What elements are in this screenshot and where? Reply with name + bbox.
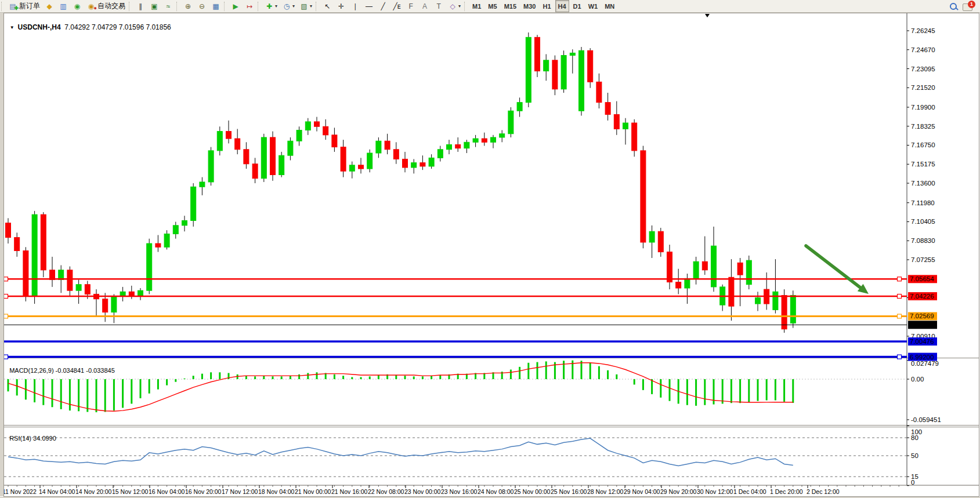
price-badge-label: 7.02569 [910,312,934,319]
line-handle[interactable] [898,355,902,359]
price-chart-canvas[interactable]: 7.262457.246707.230957.215207.199007.183… [0,0,980,498]
fibonacci-icon: F [406,2,415,11]
timeframe-button-h1[interactable]: H1 [540,0,554,12]
line-handle[interactable] [898,314,902,318]
auto-scroll-button[interactable]: ▶ [229,0,242,12]
line-handle[interactable] [898,294,902,298]
equidistant-channel-button[interactable]: ╱ᴇ [390,0,403,12]
candlestick-chart-button[interactable]: ▣ [148,0,161,12]
toolbar-group-grip [176,2,179,11]
signals-icon: ◉ [73,2,82,11]
bear-candle [226,132,232,139]
vertical-line-button[interactable]: ∣ [349,0,361,12]
market-depth-icon: ▥ [59,2,68,11]
line-handle[interactable] [4,355,8,359]
cursor-button[interactable]: ↖ [321,0,334,12]
arrows-button[interactable]: ◇▾ [446,0,462,12]
signals-button[interactable]: ◉ [71,0,84,12]
zoom-out-button[interactable]: ⊖ [196,0,208,12]
dropdown-caret-icon: ▾ [310,3,312,9]
price-axis-label: 7.26245 [911,27,935,34]
bull-candle [561,56,566,89]
text-label-icon: T [434,2,443,11]
trend-arrow-annotation[interactable] [806,246,861,288]
bull-candle [138,290,143,295]
price-axis-label: 7.11980 [911,199,935,206]
timeframe-button-mn[interactable]: MN [602,0,617,12]
bear-candle [588,50,593,82]
bear-candle [535,37,540,71]
bull-candle [200,182,205,187]
text-label-button[interactable]: T [432,0,445,12]
crosshair-button[interactable]: ✛ [335,0,348,12]
rsi-line [8,438,793,466]
bar-chart-button[interactable]: ∥ [134,0,147,12]
bull-candle [208,151,214,182]
time-axis-label: 28 Nov 12:00 [587,488,624,495]
timeframe-button-m1[interactable]: M1 [469,0,484,12]
tile-windows-button[interactable]: ▦ [209,0,222,12]
line-chart-button[interactable]: ≈ [162,0,175,12]
timeframe-button-m5[interactable]: M5 [485,0,500,12]
chart-shift-button[interactable]: ↦ [243,0,256,12]
periods-icon: ◷ [282,2,291,11]
line-handle[interactable] [4,314,8,318]
notifications-button[interactable]: 1 [961,0,974,12]
search-button[interactable] [947,0,960,12]
autotrading-button[interactable]: ◉●自动交易 [85,0,127,12]
candlestick-chart-icon: ▣ [150,2,159,11]
autotrading-label: 自动交易 [97,1,125,11]
chart-profiles-button[interactable]: ◆ [43,0,56,12]
timeframe-button-h4[interactable]: H4 [555,0,569,12]
bear-candle [632,123,637,151]
new-order-button[interactable]: ▤✚新订单 [6,0,42,12]
autotrading-icon: ◉● [86,2,96,11]
bull-candle [411,163,417,168]
bull-candle [693,261,699,278]
bear-candle [270,137,276,175]
market-depth-button[interactable]: ▥ [57,0,70,12]
bull-candle [32,215,37,295]
templates-button[interactable]: ▧▾ [298,0,314,12]
bear-candle [614,114,619,129]
rsi-value: 34.0990 [33,435,56,442]
rsi-axis-label: 50 [911,452,918,459]
bull-candle [570,53,575,55]
chart-shift-marker-icon[interactable] [705,14,710,17]
indicators-button[interactable]: ✚▾ [263,0,279,12]
line-handle[interactable] [4,294,8,298]
macd-axis-label: -0.059451 [911,416,941,423]
timeframe-button-d1[interactable]: D1 [570,0,584,12]
bear-candle [605,103,610,115]
chart-dropdown-icon[interactable]: ▼ [10,25,15,30]
time-axis-label: 29 Nov 20:00 [660,488,697,495]
bear-candle [385,141,390,150]
bear-candle [393,150,399,159]
price-axis-label: 7.24670 [911,46,935,53]
bull-candle [164,234,169,247]
text-button[interactable]: A [418,0,431,12]
price-axis-label: 7.15175 [911,161,935,168]
zoom-in-button[interactable]: ⊕ [182,0,194,12]
trendline-button[interactable]: ╱ [377,0,389,12]
auto-scroll-icon: ▶ [231,2,240,11]
bear-candle [6,223,11,238]
periods-button[interactable]: ◷▾ [280,0,296,12]
horizontal-line-button[interactable]: — [363,0,375,12]
timeframe-button-w1[interactable]: W1 [585,0,601,12]
bear-candle [702,261,707,270]
time-axis-label: 14 Nov 04:00 [39,488,75,495]
ohlc-values: 7.04292 7.04729 7.01596 7.01856 [64,23,171,31]
line-handle[interactable] [4,277,8,281]
bear-candle [323,126,328,135]
timeframe-button-m30[interactable]: M30 [520,0,538,12]
time-axis-label: 21 Nov 16:00 [331,488,368,495]
time-axis-label: 30 Nov 12:00 [697,488,733,495]
fibonacci-button[interactable]: F [404,0,417,12]
time-axis-label: 29 Nov 04:00 [624,488,660,495]
line-chart-icon: ≈ [164,2,173,11]
toolbar-group-grip [316,2,319,11]
line-handle[interactable] [898,277,902,281]
time-axis-label: 1 Dec 20:00 [770,488,803,495]
timeframe-button-m15[interactable]: M15 [501,0,519,12]
